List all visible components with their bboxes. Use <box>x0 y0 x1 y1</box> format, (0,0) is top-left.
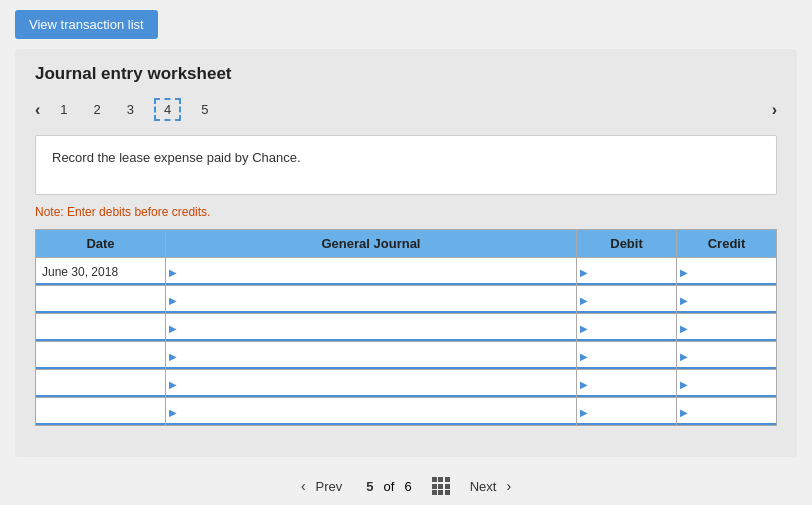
instruction-box: Record the lease expense paid by Chance. <box>35 135 777 195</box>
credit-arrow-icon-2: ▶ <box>680 294 688 305</box>
table-row: ▶ ▶ ▶ <box>36 286 777 314</box>
credit-cell-2[interactable]: ▶ <box>677 286 777 314</box>
bottom-prev-arrow: ‹ <box>301 478 306 494</box>
credit-arrow-icon-6: ▶ <box>680 406 688 417</box>
journal-input-3[interactable] <box>172 319 570 337</box>
cell-arrow-icon: ▶ <box>169 406 177 417</box>
bottom-next-arrow: › <box>506 478 511 494</box>
table-row: ▶ ▶ ▶ <box>36 370 777 398</box>
debit-input-6[interactable] <box>583 403 670 421</box>
credit-input-4[interactable] <box>683 347 770 365</box>
note-text: Note: Enter debits before credits. <box>35 205 777 219</box>
date-cell-6 <box>36 398 166 426</box>
view-transaction-button[interactable]: View transaction list <box>15 10 158 39</box>
bottom-next-link[interactable]: Next <box>470 479 497 494</box>
debit-cell-4[interactable]: ▶ <box>577 342 677 370</box>
debit-arrow-icon-2: ▶ <box>580 294 588 305</box>
debit-arrow-icon-5: ▶ <box>580 378 588 389</box>
cell-arrow-icon: ▶ <box>169 294 177 305</box>
cell-arrow-icon: ▶ <box>169 322 177 333</box>
debit-cell-5[interactable]: ▶ <box>577 370 677 398</box>
date-cell-3 <box>36 314 166 342</box>
debit-arrow-icon-6: ▶ <box>580 406 588 417</box>
journal-input-4[interactable] <box>172 347 570 365</box>
journal-cell-6[interactable]: ▶ <box>166 398 577 426</box>
table-row: ▶ ▶ ▶ <box>36 398 777 426</box>
prev-page-arrow[interactable]: ‹ <box>35 101 40 119</box>
page-1[interactable]: 1 <box>54 100 73 119</box>
bottom-total-pages: 6 <box>404 479 411 494</box>
grid-icon[interactable] <box>428 477 454 495</box>
journal-cell-5[interactable]: ▶ <box>166 370 577 398</box>
page-5[interactable]: 5 <box>195 100 214 119</box>
bottom-prev-link[interactable]: Prev <box>316 479 343 494</box>
credit-input-5[interactable] <box>683 375 770 393</box>
credit-cell-5[interactable]: ▶ <box>677 370 777 398</box>
debit-cell-1[interactable]: ▶ <box>577 258 677 286</box>
next-page-arrow[interactable]: › <box>772 101 777 119</box>
credit-input-1[interactable] <box>683 263 770 281</box>
page-navigation: ‹ 1 2 3 4 5 › <box>35 98 777 121</box>
table-row: June 30, 2018 ▶ ▶ ▶ <box>36 258 777 286</box>
journal-cell-2[interactable]: ▶ <box>166 286 577 314</box>
credit-cell-1[interactable]: ▶ <box>677 258 777 286</box>
worksheet-card: Journal entry worksheet ‹ 1 2 3 4 5 › Re… <box>15 49 797 457</box>
credit-cell-6[interactable]: ▶ <box>677 398 777 426</box>
cell-arrow-icon: ▶ <box>169 378 177 389</box>
col-header-debit: Debit <box>577 230 677 258</box>
debit-cell-6[interactable]: ▶ <box>577 398 677 426</box>
credit-arrow-icon-1: ▶ <box>680 266 688 277</box>
page-2[interactable]: 2 <box>88 100 107 119</box>
bottom-navigation: ‹ Prev 5 of 6 Next › <box>0 467 812 505</box>
debit-cell-3[interactable]: ▶ <box>577 314 677 342</box>
journal-input-6[interactable] <box>172 403 570 421</box>
bottom-current-page: 5 <box>366 479 373 494</box>
credit-arrow-icon-4: ▶ <box>680 350 688 361</box>
credit-cell-3[interactable]: ▶ <box>677 314 777 342</box>
table-row: ▶ ▶ ▶ <box>36 342 777 370</box>
top-bar: View transaction list <box>0 0 812 49</box>
journal-cell-1[interactable]: ▶ <box>166 258 577 286</box>
date-cell-4 <box>36 342 166 370</box>
credit-input-6[interactable] <box>683 403 770 421</box>
debit-input-2[interactable] <box>583 291 670 309</box>
journal-input-5[interactable] <box>172 375 570 393</box>
cell-arrow-icon: ▶ <box>169 350 177 361</box>
debit-arrow-icon-3: ▶ <box>580 322 588 333</box>
bottom-of-label: of <box>384 479 395 494</box>
credit-cell-4[interactable]: ▶ <box>677 342 777 370</box>
date-cell-2 <box>36 286 166 314</box>
date-cell-5 <box>36 370 166 398</box>
journal-cell-4[interactable]: ▶ <box>166 342 577 370</box>
debit-arrow-icon-4: ▶ <box>580 350 588 361</box>
col-header-journal: General Journal <box>166 230 577 258</box>
debit-input-4[interactable] <box>583 347 670 365</box>
journal-cell-3[interactable]: ▶ <box>166 314 577 342</box>
credit-input-2[interactable] <box>683 291 770 309</box>
debit-input-5[interactable] <box>583 375 670 393</box>
journal-input-2[interactable] <box>172 291 570 309</box>
col-header-credit: Credit <box>677 230 777 258</box>
page-3[interactable]: 3 <box>121 100 140 119</box>
journal-input-1[interactable] <box>172 263 570 281</box>
credit-input-3[interactable] <box>683 319 770 337</box>
debit-input-1[interactable] <box>583 263 670 281</box>
instruction-text: Record the lease expense paid by Chance. <box>52 150 301 165</box>
debit-input-3[interactable] <box>583 319 670 337</box>
journal-table: Date General Journal Debit Credit June 3… <box>35 229 777 426</box>
worksheet-title: Journal entry worksheet <box>35 64 777 84</box>
debit-cell-2[interactable]: ▶ <box>577 286 677 314</box>
date-cell-1: June 30, 2018 <box>36 258 166 286</box>
credit-arrow-icon-5: ▶ <box>680 378 688 389</box>
col-header-date: Date <box>36 230 166 258</box>
table-row: ▶ ▶ ▶ <box>36 314 777 342</box>
debit-arrow-icon-1: ▶ <box>580 266 588 277</box>
date-value-1: June 30, 2018 <box>42 265 118 279</box>
page-4[interactable]: 4 <box>154 98 181 121</box>
credit-arrow-icon-3: ▶ <box>680 322 688 333</box>
cell-arrow-icon: ▶ <box>169 266 177 277</box>
